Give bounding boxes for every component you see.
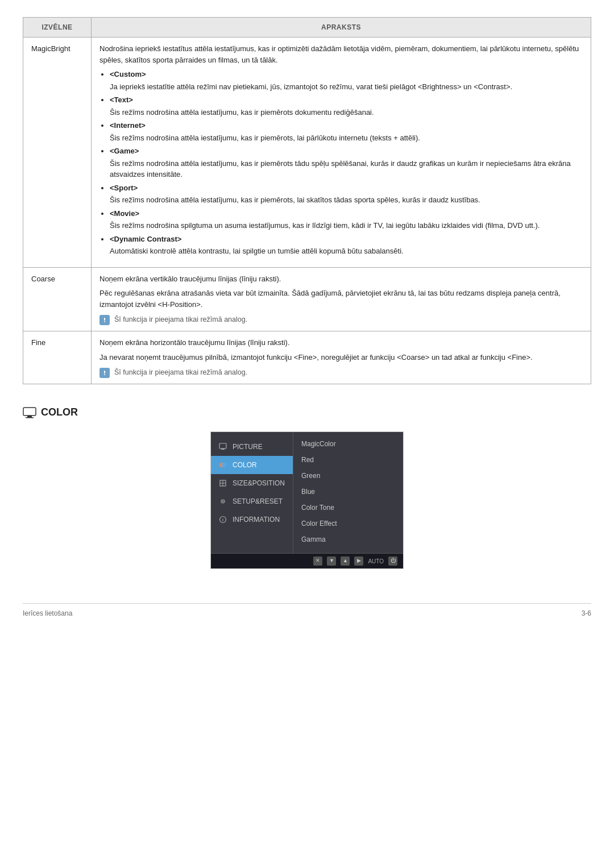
osd-menu-item-sizeposition[interactable]: SIZE&POSITION: [211, 474, 293, 492]
color-section: COLOR PICTURE COLOR SIZE&POSITION SETUP&…: [23, 405, 591, 569]
svg-rect-4: [23, 408, 36, 416]
note-block: Šī funkcija ir pieejama tikai režīmā ana…: [99, 367, 583, 378]
osd-sub-item-3[interactable]: Blue: [301, 484, 395, 500]
footer-right: 3-6: [582, 608, 591, 618]
svg-rect-5: [27, 416, 32, 417]
list-item-1: <Text>Šis režīms nodrošina attēla iestat…: [110, 94, 583, 118]
row-name-1: Coarse: [23, 267, 92, 331]
osd-left-panel: PICTURE COLOR SIZE&POSITION SETUP&RESET …: [211, 432, 293, 553]
osd-btn-right: ▶: [354, 556, 363, 566]
list-item-6: <Dynamic Contrast>Automātiski kontrolē a…: [110, 234, 583, 257]
osd-menu: PICTURE COLOR SIZE&POSITION SETUP&RESET …: [210, 431, 404, 569]
row-desc-2: Noņem ekrāna horizontālo traucējumu līni…: [92, 331, 591, 384]
osd-sub-item-2[interactable]: Green: [301, 468, 395, 484]
osd-menu-icon-setup: [218, 496, 228, 506]
list-item-0: <Custom>Ja iepriekš iestatītie attēla re…: [110, 69, 583, 92]
osd-btn-down: ▼: [327, 556, 336, 566]
monitor-icon: [23, 407, 36, 418]
row-desc-0: Nodrošina iepriekš iestatītus attēla ies…: [92, 38, 591, 268]
osd-btn-x: ✕: [313, 556, 322, 566]
row-desc-1: Noņem ekrāna vertikālo traucējumu līnija…: [92, 267, 591, 331]
osd-sub-item-6[interactable]: Gamma: [301, 531, 395, 547]
row-name-2: Fine: [23, 331, 92, 384]
note-icon: [99, 368, 110, 378]
osd-menu-icon-info: i: [218, 514, 228, 525]
col-header-desc: APRAKSTS: [92, 18, 591, 38]
osd-menu-icon-picture: [218, 442, 228, 452]
note-block: Šī funkcija ir pieejama tikai režīmā ana…: [99, 314, 583, 325]
osd-menu-label: SIZE&POSITION: [233, 478, 285, 488]
osd-sub-item-5[interactable]: Color Effect: [301, 516, 395, 531]
list-item-3: <Game>Šis režīms nodrošina attēla iestat…: [110, 146, 583, 180]
list-item-4: <Sport>Šis režīms nodrošina attēla iesta…: [110, 182, 583, 206]
osd-bottom-bar: ✕ ▼ ▲ ▶ AUTO ⏻: [211, 553, 403, 568]
osd-menu-item-picture[interactable]: PICTURE: [211, 438, 293, 456]
svg-rect-7: [219, 443, 226, 448]
osd-btn-up: ▲: [341, 556, 350, 566]
svg-point-2: [104, 374, 105, 375]
svg-point-10: [222, 463, 226, 467]
list-item-2: <Internet>Šis režīms nodrošina attēla ie…: [110, 120, 583, 143]
osd-sub-item-1[interactable]: Red: [301, 452, 395, 468]
row-items-list: <Custom>Ja iepriekš iestatītie attēla re…: [110, 69, 583, 257]
osd-menu-label: COLOR: [233, 460, 257, 470]
note-text: Šī funkcija ir pieejama tikai režīmā ana…: [114, 314, 247, 325]
osd-menu-icon-color: [218, 460, 228, 470]
svg-point-0: [104, 321, 105, 322]
svg-point-15: [222, 501, 223, 502]
osd-menu-label: SETUP&RESET: [233, 496, 283, 506]
list-item-5: <Movie>Šis režīms nodrošina spilgtuma un…: [110, 208, 583, 231]
osd-menu-item-setupreset[interactable]: SETUP&RESET: [211, 492, 293, 510]
svg-rect-6: [26, 417, 34, 418]
col-header-menu: IZVĒLNE: [23, 18, 92, 38]
para-0: Noņem ekrāna horizontālo traucējumu līni…: [99, 337, 583, 348]
para-1: Ja nevarat noņemt traucējumus pilnībā, i…: [99, 352, 583, 363]
osd-btn-auto: AUTO: [368, 557, 384, 566]
osd-sub-item-0[interactable]: MagicColor: [301, 438, 395, 452]
color-section-heading: COLOR: [23, 405, 591, 420]
osd-menu-item-color[interactable]: COLOR: [211, 456, 293, 474]
osd-menu-item-information[interactable]: i INFORMATION: [211, 510, 293, 529]
osd-menu-label: INFORMATION: [233, 514, 280, 525]
para-1: Pēc regulēšanas ekrāna atrašanās vieta v…: [99, 288, 583, 310]
page-footer: Ierīces lietošana 3-6: [23, 603, 591, 618]
osd-btn-power: ⏻: [388, 556, 397, 566]
footer-left: Ierīces lietošana: [23, 608, 72, 618]
row-intro: Nodrošina iepriekš iestatītus attēla ies…: [99, 43, 583, 65]
svg-text:i: i: [222, 518, 223, 522]
osd-menu-icon-size: [218, 478, 228, 488]
color-title-text: COLOR: [41, 405, 78, 420]
note-text: Šī funkcija ir pieejama tikai režīmā ana…: [114, 367, 247, 378]
para-0: Noņem ekrāna vertikālo traucējumu līnija…: [99, 273, 583, 285]
note-icon: [99, 315, 110, 325]
osd-menu-label: PICTURE: [233, 442, 263, 452]
osd-sub-item-4[interactable]: Color Tone: [301, 500, 395, 516]
svg-rect-8: [221, 448, 225, 450]
main-content-table: IZVĒLNE APRAKSTS MagicBrightNodrošina ie…: [23, 17, 591, 384]
osd-right-panel: MagicColorRedGreenBlueColor ToneColor Ef…: [293, 432, 403, 553]
row-name-0: MagicBright: [23, 38, 92, 268]
svg-rect-1: [104, 318, 105, 321]
svg-rect-3: [104, 371, 105, 373]
